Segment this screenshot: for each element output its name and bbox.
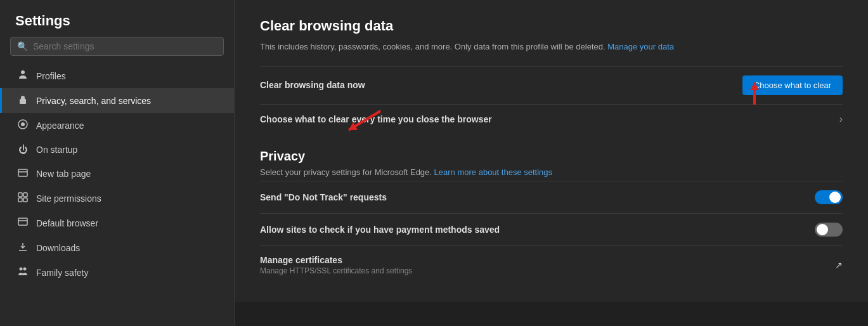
privacy-section: Privacy Select your privacy settings for… — [260, 149, 843, 284]
sidebar-item-on-startup[interactable]: ⏻ On startup — [0, 138, 234, 161]
sidebar-item-new-tab-label: New tab page — [36, 169, 91, 179]
sidebar-item-site-permissions[interactable]: Site permissions — [0, 186, 234, 211]
manage-cert-sublabel: Manage HTTPS/SSL certificates and settin… — [260, 266, 412, 275]
choose-what-to-clear-button[interactable]: Choose what to clear — [742, 75, 843, 95]
svg-rect-9 — [23, 198, 27, 202]
search-icon: 🔍 — [17, 41, 28, 51]
clear-every-time-label: Choose what to clear every time you clos… — [260, 114, 492, 124]
sidebar-item-family-safety-label: Family safety — [36, 268, 88, 278]
do-not-track-toggle[interactable] — [815, 190, 843, 204]
startup-icon: ⏻ — [17, 144, 29, 155]
profile-icon — [17, 70, 29, 82]
svg-rect-10 — [18, 218, 27, 225]
sidebar-item-appearance-label: Appearance — [36, 121, 84, 131]
clear-browsing-desc: This includes history, passwords, cookie… — [260, 41, 843, 53]
privacy-icon — [17, 95, 29, 107]
learn-more-link[interactable]: Learn more about these settings — [434, 167, 552, 177]
manage-certificates-row[interactable]: Manage certificates Manage HTTPS/SSL cer… — [260, 245, 843, 284]
sidebar-item-site-permissions-label: Site permissions — [36, 193, 101, 204]
manage-cert-label: Manage certificates — [260, 255, 412, 265]
new-tab-icon — [17, 167, 29, 179]
sidebar-item-downloads-label: Downloads — [36, 243, 80, 253]
sidebar-nav: Profiles Privacy, search, and services A… — [0, 63, 234, 285]
payment-methods-row: Allow sites to check if you have payment… — [260, 213, 843, 245]
chevron-right-icon: › — [839, 114, 843, 125]
svg-rect-1 — [20, 99, 26, 104]
sidebar-item-privacy[interactable]: Privacy, search, and services — [0, 88, 234, 113]
payment-methods-toggle[interactable] — [815, 223, 843, 237]
external-link-icon: ↗ — [835, 260, 843, 270]
main-wrapper: Clear browsing data This includes histor… — [235, 0, 868, 326]
clear-browsing-title: Clear browsing data — [260, 18, 843, 34]
payment-methods-label: Allow sites to check if you have payment… — [260, 225, 500, 235]
search-input[interactable] — [33, 41, 217, 51]
svg-rect-4 — [18, 169, 27, 176]
sidebar-item-default-browser-label: Default browser — [36, 218, 98, 228]
appearance-icon — [17, 119, 29, 131]
svg-point-14 — [23, 268, 27, 271]
family-safety-icon — [17, 266, 29, 278]
svg-point-3 — [21, 122, 25, 126]
svg-point-13 — [20, 268, 23, 271]
app-title: Settings — [0, 0, 234, 37]
svg-rect-6 — [18, 193, 22, 197]
sidebar-item-new-tab[interactable]: New tab page — [0, 161, 234, 186]
site-permissions-icon — [17, 192, 29, 204]
sidebar-item-privacy-label: Privacy, search, and services — [36, 96, 151, 106]
sidebar-item-profiles-label: Profiles — [36, 71, 66, 81]
sidebar-item-appearance[interactable]: Appearance — [0, 113, 234, 138]
sidebar: Settings 🔍 Profiles Privacy, search, and… — [0, 0, 235, 326]
sidebar-item-downloads[interactable]: Downloads — [0, 235, 234, 260]
toggle-knob — [829, 192, 841, 203]
do-not-track-row: Send "Do Not Track" requests — [260, 181, 843, 213]
manage-cert-text: Manage certificates Manage HTTPS/SSL cer… — [260, 255, 412, 275]
search-box[interactable]: 🔍 — [10, 37, 224, 56]
privacy-desc: Select your privacy settings for Microso… — [260, 167, 843, 177]
manage-data-link[interactable]: Manage your data — [607, 42, 674, 51]
main-content: Clear browsing data This includes histor… — [235, 0, 868, 302]
privacy-title: Privacy — [260, 149, 843, 164]
sidebar-item-default-browser[interactable]: Default browser — [0, 211, 234, 235]
svg-rect-0 — [21, 70, 25, 74]
clear-now-row: Clear browsing data now Choose what to c… — [260, 66, 843, 104]
do-not-track-label: Send "Do Not Track" requests — [260, 192, 387, 202]
clear-every-time-row[interactable]: Choose what to clear every time you clos… — [260, 104, 843, 134]
default-browser-icon — [17, 217, 29, 229]
sidebar-item-profiles[interactable]: Profiles — [0, 63, 234, 88]
svg-rect-7 — [23, 193, 27, 197]
payment-toggle-knob — [817, 224, 828, 235]
sidebar-item-family-safety[interactable]: Family safety — [0, 260, 234, 285]
sidebar-item-on-startup-label: On startup — [36, 145, 77, 155]
svg-rect-8 — [18, 198, 22, 202]
clear-browsing-section: Clear browsing data This includes histor… — [260, 18, 843, 134]
clear-now-label: Clear browsing data now — [260, 80, 365, 90]
downloads-icon — [17, 242, 29, 254]
